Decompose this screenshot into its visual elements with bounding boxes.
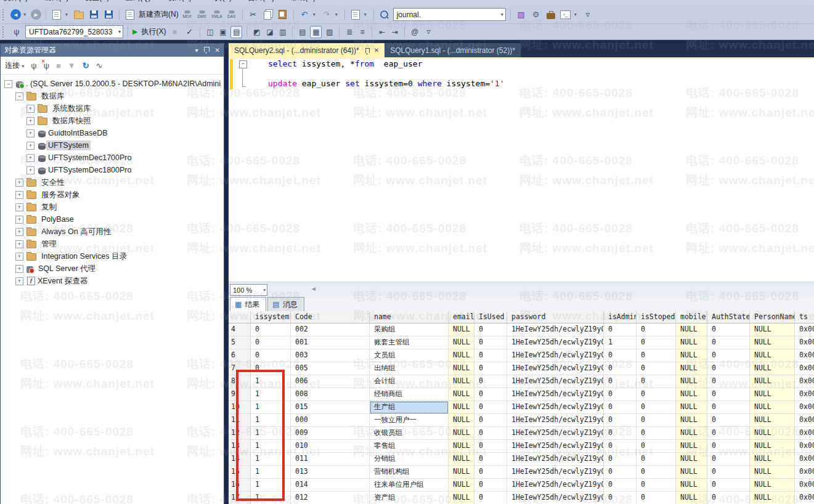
window-position-icon[interactable]: ▾ bbox=[195, 47, 198, 54]
grid-cell[interactable]: 0x00 bbox=[795, 375, 814, 388]
column-header[interactable]: PersonName bbox=[750, 311, 795, 323]
grid-cell[interactable]: NULL bbox=[449, 336, 474, 349]
toolbar-grip[interactable] bbox=[2, 9, 7, 20]
grid-cell[interactable]: NULL bbox=[750, 492, 795, 504]
tree-item[interactable]: +UFTSystemDec1700Pro bbox=[1, 152, 224, 164]
undo-dropdown-icon[interactable]: ▾ bbox=[313, 12, 318, 17]
grid-cell[interactable]: 012 bbox=[291, 492, 370, 504]
grid-cell[interactable]: NULL bbox=[750, 388, 795, 401]
grid-cell[interactable]: 1HeIewY25dh/ecwlyZ19yQ== bbox=[507, 349, 604, 362]
cut-icon[interactable]: ✂ bbox=[247, 9, 259, 21]
grid-cell[interactable]: NULL bbox=[449, 440, 474, 453]
grid-cell[interactable]: 1HeIewY25dh/ecwlyZ19yQ== bbox=[507, 362, 604, 375]
code-fold-icon[interactable]: − bbox=[239, 60, 247, 68]
paste-icon[interactable] bbox=[277, 9, 289, 21]
document-tab[interactable]: SQLQuery2.sql - (...dministrator (64))*✕ bbox=[229, 43, 385, 57]
grid-cell[interactable]: NULL bbox=[449, 479, 474, 492]
grid-cell[interactable]: NULL bbox=[750, 414, 795, 427]
grid-cell[interactable]: 005 bbox=[291, 362, 370, 375]
tree-item-label[interactable]: . (SQL Server 15.0.2000.5 - DESKTOP-M6NA… bbox=[24, 79, 222, 89]
grid-cell[interactable]: 0 bbox=[474, 492, 507, 504]
grid-cell[interactable]: 1HeIewY25dh/ecwlyZ19yQ== bbox=[507, 323, 604, 336]
results-to-file-icon[interactable]: ▧ bbox=[324, 26, 335, 38]
tree-item[interactable]: −数据库 bbox=[1, 90, 224, 102]
expand-icon[interactable]: + bbox=[26, 142, 35, 150]
open-file-icon[interactable] bbox=[73, 9, 85, 21]
tree-item-label[interactable]: 服务器对象 bbox=[39, 189, 82, 201]
menu-item[interactable]: 窗口(W) bbox=[248, 0, 274, 3]
grid-cell[interactable]: NULL bbox=[449, 349, 474, 362]
expand-icon[interactable]: + bbox=[26, 129, 35, 137]
grid-cell[interactable]: 011 bbox=[291, 453, 370, 466]
zoom-combo-caret-icon[interactable]: ▾ bbox=[263, 288, 266, 293]
intellisense-enabled-icon[interactable]: ▤ bbox=[230, 26, 242, 38]
expand-icon[interactable]: + bbox=[15, 216, 23, 224]
include-actual-plan-icon[interactable]: ◩ bbox=[251, 26, 262, 38]
grid-cell[interactable]: 0 bbox=[604, 440, 637, 453]
copy-icon[interactable] bbox=[262, 9, 274, 21]
filter-icon[interactable]: ▼ bbox=[68, 61, 76, 70]
command-window-dropdown-icon[interactable]: ▾ bbox=[574, 12, 579, 17]
grid-cell[interactable]: 0 bbox=[637, 401, 676, 414]
grid-cell[interactable]: 015 bbox=[291, 401, 370, 414]
grid-cell[interactable]: 0 bbox=[637, 492, 676, 504]
expand-icon[interactable]: + bbox=[15, 228, 23, 236]
grid-cell[interactable]: 0 bbox=[604, 323, 637, 336]
tree-item[interactable]: +SQL Server 代理 bbox=[1, 262, 224, 275]
tab-close-icon[interactable]: ✕ bbox=[374, 47, 379, 54]
menu-item[interactable]: 文件(F) bbox=[4, 0, 28, 3]
tree-item-label[interactable]: 系统数据库 bbox=[51, 103, 93, 115]
column-header[interactable]: IsUsed bbox=[474, 311, 507, 323]
navigate-back-dropdown-icon[interactable]: ▾ bbox=[23, 12, 28, 17]
row-number[interactable]: 5 bbox=[229, 336, 251, 349]
new-query-icon[interactable] bbox=[124, 9, 136, 21]
grid-cell[interactable]: NULL bbox=[750, 453, 795, 466]
new-project-dropdown-icon[interactable]: ▾ bbox=[65, 12, 70, 17]
grid-cell[interactable]: 0 bbox=[637, 388, 676, 401]
grid-cell[interactable]: 0 bbox=[604, 401, 637, 414]
grid-cell[interactable]: 0 bbox=[604, 375, 637, 388]
menu-item[interactable]: 帮助(H) bbox=[290, 0, 315, 3]
grid-cell[interactable]: 会计组 bbox=[370, 375, 449, 388]
template-parameters-icon[interactable]: @ bbox=[409, 26, 420, 38]
client-statistics-icon[interactable]: ▥ bbox=[277, 26, 288, 38]
tree-item-label[interactable]: 复制 bbox=[39, 201, 59, 213]
grid-cell[interactable]: NULL bbox=[750, 349, 795, 362]
results-to-text-icon[interactable]: ▤ bbox=[297, 26, 307, 38]
grid-cell[interactable]: 0 bbox=[474, 362, 507, 375]
grid-cell[interactable]: 0x00 bbox=[795, 362, 814, 375]
grid-cell[interactable]: NULL bbox=[449, 466, 474, 479]
new-query-button[interactable]: 新建查询(N) bbox=[139, 9, 179, 20]
expand-icon[interactable]: + bbox=[26, 117, 35, 125]
grid-cell[interactable]: NULL bbox=[676, 336, 707, 349]
column-header[interactable]: mobile bbox=[676, 311, 707, 323]
grid-cell[interactable]: 002 bbox=[291, 323, 370, 336]
grid-cell[interactable]: 生产组 bbox=[370, 401, 449, 414]
toolbar-grip[interactable] bbox=[2, 26, 7, 38]
disconnect-icon[interactable]: ψ✕ bbox=[44, 61, 49, 70]
grid-cell[interactable]: NULL bbox=[676, 453, 707, 466]
grid-cell[interactable]: 1HeIewY25dh/ecwlyZ19yQ== bbox=[507, 388, 604, 401]
expand-icon[interactable]: + bbox=[26, 154, 35, 162]
decrease-indent-icon[interactable]: ⇤ bbox=[376, 26, 387, 38]
grid-cell[interactable]: 0 bbox=[604, 388, 637, 401]
grid-cell[interactable]: 0 bbox=[707, 453, 750, 466]
grid-cell[interactable]: 0 bbox=[707, 388, 750, 401]
results-tab[interactable]: ▦结果 bbox=[230, 297, 266, 311]
tree-item-label[interactable]: UFTSystemDec1700Pro bbox=[46, 153, 133, 163]
collapse-icon[interactable]: − bbox=[4, 80, 12, 88]
grid-cell[interactable]: NULL bbox=[449, 492, 474, 504]
menu-item[interactable]: 查询(Q) bbox=[125, 0, 150, 3]
redo-dropdown-icon[interactable]: ▾ bbox=[335, 12, 340, 17]
code-line[interactable] bbox=[268, 69, 505, 79]
code-line[interactable]: update eap_user set issystem=0 where iss… bbox=[268, 79, 505, 89]
grid-cell[interactable]: 0 bbox=[637, 466, 676, 479]
search-combo-caret-icon[interactable]: ▾ bbox=[501, 12, 503, 17]
grid-cell[interactable]: 资产组 bbox=[370, 492, 449, 504]
grid-cell[interactable]: 0 bbox=[251, 349, 291, 362]
editor-zoom-combo[interactable]: 100 % ▾ bbox=[230, 284, 267, 296]
tree-item-label[interactable]: 管理 bbox=[39, 238, 59, 250]
grid-cell[interactable]: 出纳组 bbox=[370, 362, 449, 375]
close-icon[interactable]: ✕ bbox=[215, 47, 220, 54]
execute-icon[interactable]: ▶ bbox=[132, 28, 137, 36]
